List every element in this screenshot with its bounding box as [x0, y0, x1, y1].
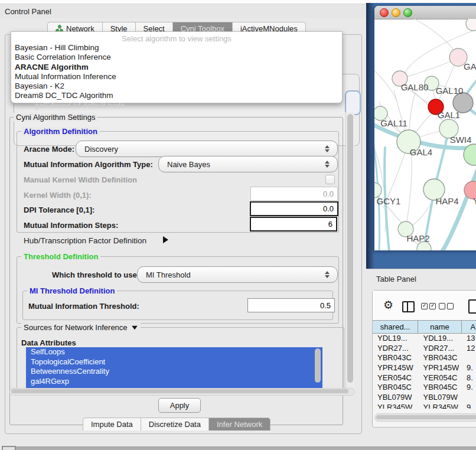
network-node-label: HAP4	[435, 196, 458, 206]
settings-vertical-scrollbar-track[interactable]	[345, 112, 354, 394]
dropdown-item[interactable]: Bayesian - Hill Climbing	[11, 43, 342, 53]
tab-discretize-data[interactable]: Discretize Data	[141, 418, 208, 431]
table-cell: YBL079W	[373, 393, 418, 402]
network-window-titlebar[interactable]	[374, 6, 476, 19]
mi-threshold-label: Mutual Information Threshold:	[28, 302, 139, 311]
table-body[interactable]: YDL19...YDL19...13YDR27...YDR27...12YBR0…	[373, 333, 476, 409]
table-cell: YPR145W	[418, 363, 462, 372]
table-cell: YBR043C	[418, 353, 462, 362]
zoom-window-icon[interactable]	[403, 8, 412, 17]
dropdown-item[interactable]: Mutual Information Inference	[11, 72, 342, 81]
kernel-width-label: Kernel Width (0,1):	[24, 191, 92, 200]
attribute-list-item[interactable]: BetweennessCentrality	[26, 367, 322, 377]
mi-type-label: Mutual Information Algorithm Type:	[24, 160, 153, 169]
settings-vertical-scrollbar-thumb[interactable]	[347, 114, 353, 383]
table-row[interactable]: YDR27...YDR27...12	[373, 343, 476, 353]
mi-steps-field[interactable]: 6	[250, 217, 337, 231]
algorithm-dropdown-popup: Select algorithm to view settings Bayesi…	[11, 31, 343, 103]
attribute-list-item[interactable]: TopologicalCoefficient	[26, 357, 322, 367]
table-cell: YDL19...	[418, 334, 462, 343]
table-cell: 9.	[462, 363, 476, 372]
settings-group-title: Cyni Algorithm Settings	[14, 113, 97, 122]
table-horizontal-scrollbar-track[interactable]	[374, 413, 476, 422]
hub-section-label: Hub/Transcription Factor Definition	[24, 236, 146, 245]
table-toolbar: ⚙ ✓✓	[373, 291, 476, 321]
network-node-label: GAL	[464, 61, 476, 71]
attribute-list-scrollbar[interactable]	[315, 348, 321, 383]
stepper-arrows-icon	[325, 271, 330, 278]
gear-icon[interactable]: ⚙	[383, 298, 393, 312]
tab-label: Discretize Data	[149, 420, 201, 429]
mi-type-value: Naive Bayes	[167, 160, 210, 169]
table-cell: YBR045C	[418, 383, 462, 392]
column-header-3[interactable]: A	[462, 321, 476, 333]
table-cell: YDR27...	[373, 344, 418, 353]
collapse-arrow-icon[interactable]	[132, 325, 138, 329]
table-cell: YBR043C	[373, 353, 418, 362]
network-node-label: Y	[473, 196, 476, 206]
column-header-1[interactable]: shared...	[373, 321, 418, 333]
dpi-tolerance-label: DPI Tolerance [0,1]:	[24, 206, 94, 214]
settings-horizontal-scrollbar-thumb[interactable]	[11, 389, 348, 393]
table-cell: YPR145W	[373, 363, 418, 372]
algorithm-dropdown-list: Bayesian - Hill ClimbingBasic Correlatio…	[11, 43, 342, 101]
attribute-list-item[interactable]: SelfLoops	[26, 347, 322, 357]
document-icon[interactable]	[468, 299, 476, 314]
expand-arrow-icon[interactable]	[163, 236, 168, 243]
select-all-checkboxes-icon[interactable]: ✓✓	[421, 303, 436, 309]
table-cell: 12	[462, 344, 476, 353]
table-row[interactable]: YDL19...YDL19...13	[373, 333, 476, 343]
table-row[interactable]: YBL079WYBL079W	[373, 392, 476, 402]
mi-threshold-definition-title: MI Threshold Definition	[27, 286, 117, 295]
table-row[interactable]: YBR043CYBR043C	[373, 353, 476, 363]
dropdown-item[interactable]: ARACNE Algorithm	[11, 63, 342, 72]
sources-group-title: Sources for Network Inference	[21, 323, 141, 332]
which-threshold-combobox[interactable]: MI Threshold	[137, 266, 338, 283]
dropdown-item[interactable]: Bayesian - K2	[11, 81, 342, 91]
table-panel-titlebar: Table Panel	[366, 269, 476, 289]
tab-impute-data[interactable]: Impute Data	[83, 418, 141, 431]
network-node-label: HAP2	[406, 233, 429, 243]
tab-infer-network[interactable]: Infer Network	[208, 418, 270, 431]
dpi-tolerance-field[interactable]: 0.0	[250, 201, 338, 216]
column-header-2[interactable]: name	[418, 321, 462, 333]
network-node-label: GAL4	[410, 147, 432, 157]
table-header-row[interactable]: shared...nameA	[373, 320, 476, 334]
network-node-label: SWI4	[450, 135, 472, 145]
table-row[interactable]: YER054CYER054C8.	[373, 373, 476, 383]
column-layout-icon[interactable]	[402, 301, 415, 312]
bottom-corner-button[interactable]	[2, 446, 16, 450]
table-row[interactable]: YBR045CYBR045C9.	[373, 382, 476, 392]
network-canvas[interactable]: GALGAL80GAL10GAL1GAL11SWI4GAL4GCY1HAP4YH…	[374, 19, 476, 250]
network-edge	[413, 19, 454, 50]
table-row[interactable]: YPR145WYPR145W9.	[373, 363, 476, 373]
bottom-panel-edge	[16, 446, 476, 450]
data-attributes-list[interactable]: SelfLoopsTopologicalCoefficientBetweenne…	[26, 347, 322, 388]
network-node-label: GAL80	[401, 82, 429, 92]
table-cell: YLR345W	[373, 403, 418, 409]
settings-horizontal-scrollbar-track[interactable]	[9, 388, 355, 396]
minimize-window-icon[interactable]	[392, 8, 400, 17]
close-window-icon[interactable]	[380, 8, 389, 17]
dropdown-item[interactable]: Basic Correlation Inference	[11, 53, 342, 62]
table-row[interactable]: YLR345WYLR345W9.	[373, 402, 476, 409]
table-panel: ⚙ ✓✓ shared...nameA YDL19...YDL19...13YD…	[372, 290, 476, 428]
kernel-width-field[interactable]: 0.0	[250, 187, 338, 201]
algorithm-combo-edge[interactable]	[345, 90, 361, 115]
mi-threshold-field[interactable]: 0.5	[247, 298, 335, 312]
network-node[interactable]	[466, 19, 476, 31]
table-horizontal-scrollbar-thumb[interactable]	[376, 415, 476, 419]
table-cell: YDL19...	[373, 334, 418, 343]
table-cell: YER054C	[418, 373, 462, 382]
which-threshold-value: MI Threshold	[146, 270, 191, 279]
mi-type-combobox[interactable]: Naive Bayes	[158, 156, 338, 172]
threshold-definition-title: Threshold Definition	[21, 252, 100, 261]
attribute-list-item[interactable]: gal4RGexp	[26, 377, 322, 387]
manual-kernel-checkbox[interactable]	[325, 175, 335, 184]
dropdown-item[interactable]: Dream8 DC_TDC Algorithm	[11, 91, 342, 100]
aracne-mode-combobox[interactable]: Discovery	[76, 141, 338, 157]
apply-button[interactable]: Apply	[158, 398, 201, 413]
clear-all-checkboxes-icon[interactable]	[439, 303, 454, 309]
table-cell: YLR345W	[418, 403, 462, 409]
table-cell: YER054C	[373, 373, 418, 382]
